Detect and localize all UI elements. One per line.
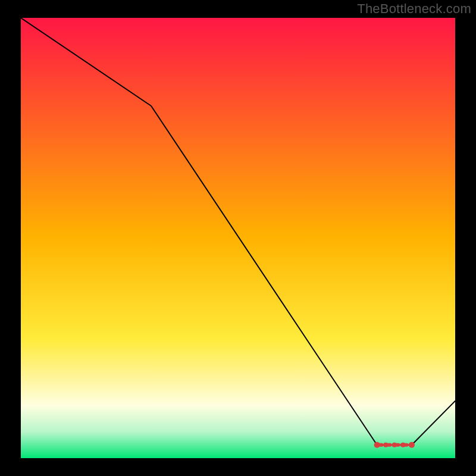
marker-point [383, 443, 388, 447]
chart-background [21, 18, 455, 458]
chart-container: TheBottleneck.com [0, 0, 476, 476]
chart-plot [21, 18, 455, 458]
chart-svg [21, 18, 455, 458]
marker-point [392, 443, 397, 447]
marker-point [375, 443, 380, 447]
marker-point [409, 443, 414, 447]
attribution-text: TheBottleneck.com [357, 1, 471, 17]
marker-point [400, 443, 405, 447]
